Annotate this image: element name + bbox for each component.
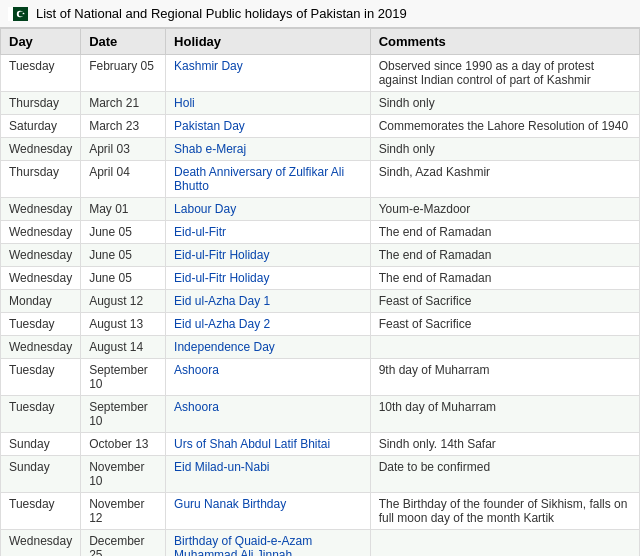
col-header-date: Date — [81, 29, 166, 55]
cell-date: March 23 — [81, 115, 166, 138]
cell-holiday[interactable]: Kashmir Day — [166, 55, 371, 92]
cell-day: Tuesday — [1, 396, 81, 433]
holiday-link[interactable]: Guru Nanak Birthday — [174, 497, 286, 511]
cell-day: Tuesday — [1, 493, 81, 530]
holiday-link[interactable]: Eid ul-Azha Day 2 — [174, 317, 270, 331]
table-row: WednesdayMay 01Labour DayYoum-e-Mazdoor — [1, 198, 640, 221]
table-row: TuesdayNovember 12Guru Nanak BirthdayThe… — [1, 493, 640, 530]
table-row: TuesdayFebruary 05Kashmir DayObserved si… — [1, 55, 640, 92]
holiday-link[interactable]: Eid ul-Azha Day 1 — [174, 294, 270, 308]
table-row: WednesdayJune 05Eid-ul-Fitr HolidayThe e… — [1, 267, 640, 290]
cell-holiday[interactable]: Eid-ul-Fitr — [166, 221, 371, 244]
cell-comments: Date to be confirmed — [370, 456, 639, 493]
holiday-link[interactable]: Shab e-Meraj — [174, 142, 246, 156]
cell-holiday[interactable]: Ashoora — [166, 396, 371, 433]
holiday-link[interactable]: Ashoora — [174, 363, 219, 377]
holiday-link[interactable]: Eid-ul-Fitr Holiday — [174, 271, 269, 285]
cell-comments: Sindh, Azad Kashmir — [370, 161, 639, 198]
table-row: WednesdayJune 05Eid-ul-FitrThe end of Ra… — [1, 221, 640, 244]
svg-rect-0 — [8, 7, 13, 21]
cell-day: Wednesday — [1, 221, 81, 244]
col-header-day: Day — [1, 29, 81, 55]
cell-comments — [370, 530, 639, 557]
holiday-link[interactable]: Kashmir Day — [174, 59, 243, 73]
holiday-link[interactable]: Holi — [174, 96, 195, 110]
cell-comments: Observed since 1990 as a day of protest … — [370, 55, 639, 92]
cell-comments: 10th day of Muharram — [370, 396, 639, 433]
cell-day: Thursday — [1, 161, 81, 198]
cell-date: August 14 — [81, 336, 166, 359]
cell-holiday[interactable]: Ashoora — [166, 359, 371, 396]
cell-date: September 10 — [81, 396, 166, 433]
holiday-link[interactable]: Ashoora — [174, 400, 219, 414]
holiday-link[interactable]: Pakistan Day — [174, 119, 245, 133]
col-header-comments: Comments — [370, 29, 639, 55]
cell-day: Wednesday — [1, 138, 81, 161]
cell-date: August 13 — [81, 313, 166, 336]
cell-date: March 21 — [81, 92, 166, 115]
cell-day: Monday — [1, 290, 81, 313]
holiday-link[interactable]: Urs of Shah Abdul Latif Bhitai — [174, 437, 330, 451]
pakistan-flag — [8, 7, 28, 21]
cell-comments: Sindh only — [370, 92, 639, 115]
holiday-link[interactable]: Birthday of Quaid-e-Azam Muhammad Ali Ji… — [174, 534, 312, 556]
cell-date: November 12 — [81, 493, 166, 530]
table-row: MondayAugust 12Eid ul-Azha Day 1Feast of… — [1, 290, 640, 313]
table-row: TuesdayAugust 13Eid ul-Azha Day 2Feast o… — [1, 313, 640, 336]
cell-holiday[interactable]: Shab e-Meraj — [166, 138, 371, 161]
cell-day: Wednesday — [1, 267, 81, 290]
cell-holiday[interactable]: Pakistan Day — [166, 115, 371, 138]
cell-day: Thursday — [1, 92, 81, 115]
holiday-link[interactable]: Eid-ul-Fitr Holiday — [174, 248, 269, 262]
holiday-link[interactable]: Labour Day — [174, 202, 236, 216]
cell-date: October 13 — [81, 433, 166, 456]
cell-date: August 12 — [81, 290, 166, 313]
holiday-link[interactable]: Eid-ul-Fitr — [174, 225, 226, 239]
cell-date: April 04 — [81, 161, 166, 198]
cell-comments — [370, 336, 639, 359]
cell-day: Sunday — [1, 433, 81, 456]
cell-holiday[interactable]: Birthday of Quaid-e-Azam Muhammad Ali Ji… — [166, 530, 371, 557]
col-header-holiday: Holiday — [166, 29, 371, 55]
cell-holiday[interactable]: Eid-ul-Fitr Holiday — [166, 267, 371, 290]
cell-comments: The Birthday of the founder of Sikhism, … — [370, 493, 639, 530]
holidays-table: Day Date Holiday Comments TuesdayFebruar… — [0, 28, 640, 556]
cell-holiday[interactable]: Death Anniversary of Zulfikar Ali Bhutto — [166, 161, 371, 198]
cell-comments: Sindh only — [370, 138, 639, 161]
cell-holiday[interactable]: Eid ul-Azha Day 1 — [166, 290, 371, 313]
table-row: WednesdayAugust 14Independence Day — [1, 336, 640, 359]
cell-date: November 10 — [81, 456, 166, 493]
holiday-link[interactable]: Death Anniversary of Zulfikar Ali Bhutto — [174, 165, 344, 193]
cell-comments: Sindh only. 14th Safar — [370, 433, 639, 456]
cell-date: June 05 — [81, 267, 166, 290]
cell-holiday[interactable]: Urs of Shah Abdul Latif Bhitai — [166, 433, 371, 456]
cell-day: Wednesday — [1, 530, 81, 557]
cell-holiday[interactable]: Eid ul-Azha Day 2 — [166, 313, 371, 336]
cell-date: April 03 — [81, 138, 166, 161]
holiday-link[interactable]: Independence Day — [174, 340, 275, 354]
cell-date: May 01 — [81, 198, 166, 221]
cell-date: December 25 — [81, 530, 166, 557]
table-row: TuesdaySeptember 10Ashoora10th day of Mu… — [1, 396, 640, 433]
table-row: WednesdayDecember 25Birthday of Quaid-e-… — [1, 530, 640, 557]
holiday-link[interactable]: Eid Milad-un-Nabi — [174, 460, 269, 474]
table-row: WednesdayJune 05Eid-ul-Fitr HolidayThe e… — [1, 244, 640, 267]
table-header-row: Day Date Holiday Comments — [1, 29, 640, 55]
page-header: List of National and Regional Public hol… — [0, 0, 640, 28]
cell-holiday[interactable]: Eid Milad-un-Nabi — [166, 456, 371, 493]
table-row: ThursdayMarch 21HoliSindh only — [1, 92, 640, 115]
cell-holiday[interactable]: Eid-ul-Fitr Holiday — [166, 244, 371, 267]
cell-holiday[interactable]: Independence Day — [166, 336, 371, 359]
cell-holiday[interactable]: Guru Nanak Birthday — [166, 493, 371, 530]
cell-holiday[interactable]: Labour Day — [166, 198, 371, 221]
cell-comments: Feast of Sacrifice — [370, 290, 639, 313]
cell-date: June 05 — [81, 244, 166, 267]
cell-day: Tuesday — [1, 313, 81, 336]
cell-day: Saturday — [1, 115, 81, 138]
page-title: List of National and Regional Public hol… — [36, 6, 407, 21]
cell-day: Wednesday — [1, 244, 81, 267]
table-row: WednesdayApril 03Shab e-MerajSindh only — [1, 138, 640, 161]
cell-comments: The end of Ramadan — [370, 244, 639, 267]
cell-date: February 05 — [81, 55, 166, 92]
cell-holiday[interactable]: Holi — [166, 92, 371, 115]
